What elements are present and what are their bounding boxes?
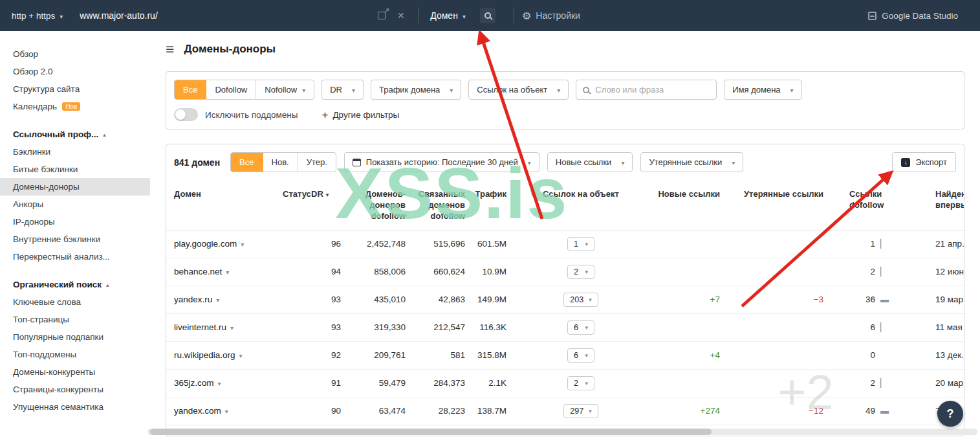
google-data-studio-link[interactable]: Google Data Studio [868,11,958,21]
sidebar-item[interactable]: Перекрестный анализ... [0,248,150,265]
menu-icon[interactable] [166,42,174,57]
col-header-first-seen[interactable]: Найдена впервые [917,189,964,222]
close-icon[interactable] [397,8,404,23]
donors-dofollow-cell: 209,761 [341,350,406,360]
sidebar-item[interactable]: Органический поиск ▴ [0,276,150,293]
tab-lost[interactable]: Утер. [298,153,336,172]
links-count-dropdown[interactable]: 2 [567,265,594,279]
phrase-search-input[interactable] [595,85,710,95]
col-header-related-dofollow[interactable]: Связанных доменов dofollow [406,189,465,222]
domain-cell: yandex.ru [174,295,283,304]
filter-dofollow-button[interactable]: Dofollow [206,80,256,99]
phrase-search-box[interactable] [576,80,717,100]
dr-filter-dropdown[interactable]: DR [321,80,364,100]
domain-mode-dropdown[interactable]: Домен [430,10,466,21]
links-count-dropdown[interactable]: 6 [567,320,594,335]
filter-all-button[interactable]: Все [175,80,206,99]
sidebar-item[interactable]: Топ-поддомены [0,346,150,363]
sidebar-item-label: Страницы-конкуренты [13,385,103,394]
sidebar-item[interactable]: Битые бэклинки [0,161,150,178]
col-header-status[interactable]: Статус [283,189,311,222]
open-external-button[interactable] [378,12,386,19]
sidebar-item-label: Обзор 2.0 [13,67,53,76]
search-button[interactable] [480,8,495,23]
export-button[interactable]: Экспорт [892,152,956,172]
domain-link[interactable]: play.google.com [174,239,244,249]
sidebar-item[interactable]: Обзор [0,45,150,63]
sidebar-item[interactable]: Ссылочный проф... ▴ [0,126,150,143]
other-filters-button[interactable]: Другие фильтры [322,109,400,120]
help-button[interactable]: ? [937,401,963,427]
domain-cell: yandex.com [174,406,283,416]
domain-link[interactable]: behance.net [174,267,229,276]
domain-link[interactable]: yandex.com [174,406,228,416]
links-count-dropdown[interactable]: 297 [563,404,598,418]
sidebar-item[interactable]: Популярные подпапки [0,328,150,346]
sidebar-item[interactable]: Ключевые слова [0,293,150,311]
col-header-lost-links[interactable]: Утерянные ссылки [733,189,849,222]
new-links-cell: +4 [655,350,733,360]
col-header-links-to-target[interactable]: Ссылок на объект [506,189,655,222]
other-filters-label: Другие фильтры [332,110,399,120]
sidebar-item-label: Перекрестный анализ... [13,252,110,262]
col-header-domain[interactable]: Домен [174,189,283,222]
col-header-dofollow-links[interactable]: Ссылки dofollow [849,189,917,222]
lost-links-dropdown[interactable]: Утерянные ссылки [640,152,743,172]
domain-link[interactable]: 365jz.com [174,378,221,388]
col-header-donors-dofollow[interactable]: Доменов- доноров dofollow [341,189,406,222]
sidebar-item-label: Бэклинки [13,147,50,157]
sidebar-item-label: Домены-доноры [13,182,80,192]
sidebar-item[interactable]: Топ-страницы [0,311,150,328]
donor-domains-table-panel: 841 домен Все Нов. Утер. Показать истори… [166,144,964,436]
sidebar-item[interactable]: Анкоры [0,196,150,213]
settings-button[interactable]: Настройки [522,10,580,22]
tab-new[interactable]: Нов. [263,153,298,172]
col-header-dr[interactable]: DR [311,189,341,222]
horizontal-scrollbar[interactable] [147,429,977,435]
related-dofollow-cell: 42,863 [406,295,465,304]
chevron-up-icon: ▴ [106,282,109,288]
new-links-dropdown[interactable]: Новые ссылки [547,152,633,172]
sidebar-item[interactable]: Домены-конкуренты [0,363,150,381]
history-dropdown[interactable]: Показать историю: Последние 30 дней [344,152,539,172]
domain-traffic-filter-dropdown[interactable]: Трафик домена [371,80,461,100]
dofollow-links-cell: 2 ▏ [849,378,917,388]
links-to-target-cell: 2 [506,376,655,390]
sidebar-item-label: IP-доноры [13,217,55,227]
sidebar-item[interactable]: Страницы-конкуренты [0,381,150,398]
dofollow-bar: ▏ [880,239,887,249]
sidebar-item[interactable]: Обзор 2.0 [0,63,150,80]
new-badge: Нов [62,102,80,111]
domain-cell: 365jz.com [174,378,283,388]
col-header-new-links[interactable]: Новые ссылки [655,189,733,222]
protocol-dropdown[interactable]: http + https [12,11,63,21]
links-count-dropdown[interactable]: 6 [567,348,594,363]
filter-nofollow-dropdown[interactable]: Nofollow [256,80,314,99]
links-count-dropdown[interactable]: 203 [563,293,598,307]
col-header-traffic[interactable]: Трафик [465,189,506,222]
sidebar-item[interactable]: Структура сайта [0,80,150,98]
domain-link[interactable]: liveinternet.ru [174,322,234,332]
tab-all[interactable]: Все [231,153,263,172]
sidebar-item[interactable]: Внутренние бэклинки [0,230,150,248]
search-icon [583,87,589,93]
dr-cell: 93 [311,322,341,332]
sidebar-item[interactable]: IP-доноры [0,213,150,230]
sidebar-item[interactable]: Бэклинки [0,143,150,161]
domain-link[interactable]: ru.wikipedia.org [174,350,243,360]
sidebar-item-label: Домены-конкуренты [13,367,95,377]
donors-dofollow-cell: 435,010 [341,295,406,304]
links-count-dropdown[interactable]: 2 [567,376,594,390]
url-input[interactable]: www.major-auto.ru/ [80,10,372,21]
links-to-target-filter-dropdown[interactable]: Ссылок на объект [468,80,569,100]
dofollow-links-cell: 0 [849,350,917,360]
sidebar-item[interactable]: Домены-доноры [0,178,150,196]
sidebar-item[interactable]: Календарь Нов [0,98,150,115]
sidebar-item-label: Обзор [13,49,38,59]
sidebar-item[interactable]: Упущенная семантика [0,398,150,416]
domain-name-filter-dropdown[interactable]: Имя домена [724,80,801,100]
exclude-subdomains-toggle[interactable] [174,108,198,121]
links-count-dropdown[interactable]: 1 [567,237,594,251]
domain-link[interactable]: yandex.ru [174,295,219,304]
scrollbar-thumb[interactable] [150,429,712,435]
